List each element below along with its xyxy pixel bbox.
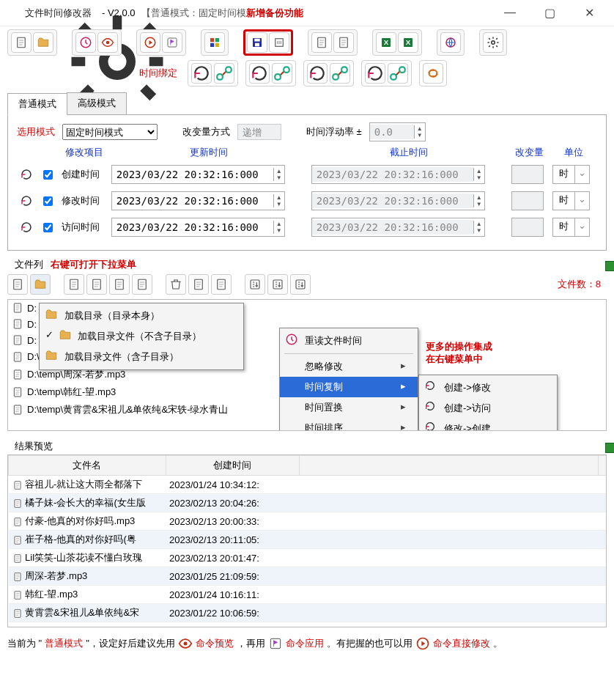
unit-dropdown[interactable]: 时⌄: [552, 165, 590, 184]
bind-btn-3a[interactable]: [307, 63, 328, 84]
menu-load-dir-files-with-sub[interactable]: 加载目录文件（含子目录）: [40, 347, 243, 367]
unit-dropdown[interactable]: 时⌄: [552, 191, 590, 210]
fl-add-folder-icon[interactable]: [30, 274, 51, 295]
filelist-toolbar: 文件数：8: [0, 273, 614, 299]
app-gear-icon: [7, 7, 21, 20]
change-method-value: 递增: [237, 124, 281, 140]
main-toolbar: [0, 26, 614, 57]
tb-add-files-icon[interactable]: [11, 32, 32, 53]
green-marker-icon-2: [605, 443, 614, 453]
unit-dropdown[interactable]: 时⌄: [552, 218, 590, 237]
ctx-ignore[interactable]: 忽略修改▸: [280, 356, 418, 377]
ctx-reread[interactable]: 重读文件时间: [280, 331, 418, 351]
minimize-button[interactable]: —: [495, 6, 525, 20]
amount-input: [511, 165, 544, 184]
menu-load-dir-self[interactable]: 加载目录（目录本身）: [40, 306, 243, 326]
file-icon: [12, 404, 23, 416]
col-unit: 单位: [550, 146, 597, 159]
file-list[interactable]: D:D:D:D:\temp\Lil笑笑-山茶花读不懂白玫瑰.mp3D:\temp…: [7, 299, 607, 431]
amount-input: [511, 191, 544, 210]
bind-btn-2a[interactable]: [249, 63, 270, 84]
bind-btn-4b[interactable]: [388, 63, 408, 84]
fl-sort-desc-icon[interactable]: [267, 274, 288, 295]
table-row[interactable]: 周深-若梦.mp32023/01/25 21:09:59:128: [9, 567, 607, 586]
submenu-item[interactable]: 修改->创建: [419, 419, 557, 431]
col-update: 更新时间: [109, 146, 309, 159]
fl-add-files-icon[interactable]: [7, 274, 28, 295]
col-deadline: 截止时间: [309, 146, 509, 159]
bind-chain-icon[interactable]: [423, 63, 443, 84]
row-label: 修改时间: [59, 190, 108, 212]
status-flag-icon: [268, 636, 283, 651]
tab-advanced-mode[interactable]: 高级模式: [67, 92, 127, 114]
context-submenu-copy: 创建->修改创建->访问修改->创建修改->访问访问->创建访问->修改创建->…: [418, 375, 558, 431]
fl-select-all-icon[interactable]: [109, 274, 130, 295]
result-grid[interactable]: 文件名 创建时间 容祖儿-就让这大雨全都落下2023/01/24 10:34:1…: [7, 454, 607, 627]
fl-trash-icon[interactable]: [166, 274, 186, 295]
tb-flag-icon[interactable]: [162, 32, 182, 53]
maximize-button[interactable]: ▢: [535, 6, 564, 20]
fl-invert-icon[interactable]: [86, 274, 107, 295]
fl-remove-sel-icon[interactable]: [64, 274, 84, 295]
table-row[interactable]: Lil笑笑-山茶花读不懂白玫瑰2023/02/13 20:01:47:524: [9, 549, 607, 567]
context-menu-main: 重读文件时间 忽略修改▸ 时间复制▸ 时间置换▸ 时间排序▸ 合理排序▸ 文件时…: [279, 328, 418, 431]
bind-btn-3b[interactable]: [330, 63, 350, 84]
fl-sort-custom-icon[interactable]: [290, 274, 311, 295]
deadline-time-input: ▲▼: [311, 218, 485, 237]
bind-btn-1a[interactable]: [191, 63, 212, 84]
table-row[interactable]: 黄霄雲&宋祖儿&单依纯&宋2023/01/22 10:06:59:279: [9, 604, 607, 622]
fl-reload-icon[interactable]: [132, 274, 152, 295]
time-bind-label: 时间绑定: [139, 67, 177, 80]
row-checkbox[interactable]: [43, 196, 53, 206]
update-time-input[interactable]: ▲▼: [111, 218, 285, 237]
row-refresh-icon[interactable]: [19, 220, 34, 235]
ctx-swap[interactable]: 时间置换▸: [280, 397, 418, 418]
file-icon: [12, 302, 23, 314]
bind-btn-2b[interactable]: [272, 63, 292, 84]
submenu-item[interactable]: 创建->访问: [419, 398, 557, 419]
select-mode-label: 选用模式: [17, 125, 55, 139]
green-marker-icon: [605, 261, 614, 271]
bind-btn-1b[interactable]: [214, 63, 234, 84]
float-label: 时间浮动率 ±: [306, 125, 362, 139]
tb-clock-icon[interactable]: [75, 32, 96, 53]
app-title: 文件时间修改器: [25, 7, 92, 20]
table-row[interactable]: 付豪-他真的对你好吗.mp32023/02/13 20:00:33:527: [9, 512, 607, 531]
ctx-copy[interactable]: 时间复制▸: [280, 377, 418, 397]
menu-load-dir-files-no-sub[interactable]: ✓加载目录文件（不含子目录）: [40, 326, 243, 347]
tb-play-icon[interactable]: [140, 32, 160, 53]
table-row[interactable]: 崔子格-他真的对你好吗(粤2023/02/13 20:11:05:518: [9, 531, 607, 549]
float-spinner: ▲▼: [369, 122, 426, 141]
mode-pane: 选用模式 固定时间模式 改变量方式 递增 时间浮动率 ± ▲▼ 修改项目 更新时…: [7, 115, 607, 251]
row-label: 创建时间: [59, 163, 108, 185]
tab-normal-mode[interactable]: 普通模式: [7, 93, 67, 115]
table-row[interactable]: 橘子妹-会长大的幸福(女生版2023/02/13 20:04:26:450: [9, 494, 607, 512]
tb-global-icon[interactable]: [440, 32, 461, 53]
titlebar: 文件时间修改器 - V2.0.0 【普通模式：固定时间模 新增备份功能 — ▢ …: [0, 0, 614, 26]
bind-btn-4a[interactable]: [365, 63, 385, 84]
row-checkbox[interactable]: [43, 223, 53, 232]
table-row[interactable]: 容祖儿-就让这大雨全都落下2023/01/24 10:34:12:351: [9, 476, 607, 494]
fl-sort-asc-icon[interactable]: [245, 274, 265, 295]
ctx-sort[interactable]: 时间排序▸: [280, 418, 418, 431]
tb-settings-icon[interactable]: [483, 32, 503, 53]
deadline-time-input: ▲▼: [311, 191, 485, 210]
file-icon: [12, 351, 23, 363]
table-row[interactable]: 韩红-望.mp32023/01/24 10:16:11:116: [9, 586, 607, 604]
row-refresh-icon[interactable]: [19, 167, 34, 182]
submenu-item[interactable]: 创建->修改: [419, 377, 557, 398]
fl-del-red-icon[interactable]: [211, 274, 232, 295]
version-label: - V2.0.0: [102, 7, 136, 18]
tb-eye-icon[interactable]: [97, 32, 118, 53]
col-filename[interactable]: 文件名: [9, 456, 166, 476]
annotation-new-feature: 新增备份功能: [246, 7, 303, 20]
tb-add-folder-icon[interactable]: [33, 32, 53, 53]
close-button[interactable]: ✕: [574, 6, 604, 20]
row-refresh-icon[interactable]: [19, 194, 34, 208]
fl-del-files-icon[interactable]: [188, 274, 209, 295]
select-mode-dropdown[interactable]: 固定时间模式: [62, 124, 158, 140]
col-create-time[interactable]: 创建时间: [166, 456, 299, 476]
update-time-input[interactable]: ▲▼: [111, 165, 285, 184]
update-time-input[interactable]: ▲▼: [111, 191, 285, 210]
row-checkbox[interactable]: [43, 170, 53, 180]
